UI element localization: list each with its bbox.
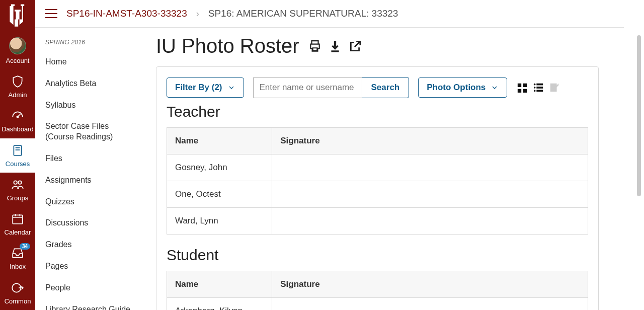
coursenav-syllabus[interactable]: Syllabus: [45, 96, 141, 115]
nav-label: Account: [6, 57, 30, 64]
iu-logo[interactable]: [0, 0, 35, 32]
cell-signature: [272, 181, 588, 208]
page-title: IU Photo Roster: [156, 35, 299, 57]
col-signature: Signature: [272, 271, 588, 298]
chevron-right-icon: ›: [196, 9, 199, 19]
col-name: Name: [167, 271, 272, 298]
table-row: Arkenberg, Kilynn: [167, 298, 588, 311]
cell-name: One, Octest: [167, 181, 272, 208]
nav-label: Common: [5, 298, 31, 305]
col-name: Name: [167, 128, 272, 154]
svg-rect-6: [13, 215, 23, 224]
cell-name: Gosney, John: [167, 154, 272, 181]
group-icon: [11, 178, 25, 192]
cell-name: Arkenberg, Kilynn: [167, 298, 272, 311]
svg-rect-14: [518, 89, 521, 93]
svg-point-18: [534, 87, 536, 89]
table-row: Gosney, John: [167, 154, 588, 181]
list-view-icon[interactable]: [532, 82, 544, 93]
svg-point-16: [534, 84, 536, 86]
coursenav-library[interactable]: Library Research Guide: [45, 300, 141, 310]
breadcrumb-course-title: SP16: AMERICAN SUPERNATURAL: 33323: [208, 8, 398, 19]
trident-icon: [9, 3, 27, 29]
gauge-icon: [11, 109, 25, 123]
signin-sheet-icon[interactable]: [548, 82, 560, 93]
cell-signature: [272, 154, 588, 181]
section-heading-student: Student: [167, 247, 588, 264]
coursenav-discussions[interactable]: Discussions: [45, 214, 141, 232]
svg-point-4: [14, 181, 17, 184]
coursenav-home[interactable]: Home: [45, 53, 141, 71]
filter-by-button[interactable]: Filter By (2): [167, 78, 244, 98]
avatar-icon: [9, 37, 26, 54]
cell-signature: [272, 298, 588, 311]
breadcrumb-course-code[interactable]: SP16-IN-AMST-A303-33323: [66, 8, 187, 19]
svg-rect-1: [14, 145, 21, 156]
nav-label: Inbox: [10, 263, 26, 270]
photo-options-button[interactable]: Photo Options: [418, 78, 507, 98]
nav-admin[interactable]: Admin: [0, 69, 35, 104]
svg-rect-17: [537, 84, 543, 86]
coursenav-assignments[interactable]: Assignments: [45, 171, 141, 190]
svg-rect-22: [550, 84, 557, 92]
main-scroll[interactable]: SP16-IN-AMST-A303-33323 › SP16: AMERICAN…: [35, 0, 644, 310]
nav-account[interactable]: Account: [0, 32, 35, 69]
nav-common[interactable]: Common: [0, 276, 35, 310]
coursenav-sector-case-files[interactable]: Sector Case Files (Course Readings): [45, 117, 141, 146]
search-button[interactable]: Search: [362, 77, 410, 98]
nav-label: Groups: [7, 195, 29, 202]
term-label: SPRING 2016: [45, 39, 141, 46]
nav-label: Dashboard: [2, 126, 34, 133]
roster-panel: Filter By (2) Search Photo Options: [156, 66, 599, 310]
section-heading-teacher: Teacher: [167, 103, 588, 120]
table-row: One, Octest: [167, 181, 588, 208]
coursenav-pages[interactable]: Pages: [45, 257, 141, 276]
page-main: IU Photo Roster Filter By (2): [141, 28, 624, 310]
nav-groups[interactable]: Groups: [0, 173, 35, 207]
table-row: Ward, Lynn: [167, 208, 588, 235]
menu-toggle-icon[interactable]: [45, 9, 57, 18]
teacher-table: Name Signature Gosney, John One, Octest: [167, 127, 588, 235]
photo-options-label: Photo Options: [427, 83, 486, 93]
external-link-icon[interactable]: [349, 40, 362, 53]
svg-rect-12: [518, 84, 521, 87]
chevron-down-icon: [227, 84, 235, 92]
svg-rect-13: [523, 84, 527, 87]
coursenav-files[interactable]: Files: [45, 149, 141, 168]
roster-toolbar: Filter By (2) Search Photo Options: [167, 77, 588, 98]
print-icon[interactable]: [308, 40, 321, 53]
search-input[interactable]: [253, 77, 362, 98]
nav-inbox[interactable]: 34 Inbox: [0, 241, 35, 275]
svg-point-20: [534, 90, 536, 92]
nav-courses[interactable]: Courses: [0, 138, 35, 173]
nav-label: Calendar: [5, 229, 31, 236]
breadcrumb-bar: SP16-IN-AMST-A303-33323 › SP16: AMERICAN…: [35, 0, 624, 28]
svg-point-0: [17, 116, 18, 118]
coursenav-grades[interactable]: Grades: [45, 236, 141, 254]
coursenav-quizzes[interactable]: Quizzes: [45, 193, 141, 211]
grid-view-icon[interactable]: [516, 82, 528, 93]
svg-rect-15: [523, 89, 527, 93]
nav-label: Admin: [9, 92, 27, 99]
book-icon: [11, 143, 25, 158]
course-nav: SPRING 2016 Home Analytics Beta Syllabus…: [35, 28, 141, 310]
coursenav-analytics[interactable]: Analytics Beta: [45, 74, 141, 93]
global-sidebar: Account Admin Dashboard Courses Groups C…: [0, 0, 35, 310]
download-icon[interactable]: [329, 40, 342, 53]
chevron-down-icon: [491, 84, 499, 92]
svg-rect-21: [537, 90, 543, 92]
filter-label: Filter By (2): [175, 83, 222, 93]
scrollbar-thumb[interactable]: [637, 35, 641, 196]
cell-name: Ward, Lynn: [167, 208, 272, 235]
svg-rect-19: [537, 87, 543, 89]
nav-calendar[interactable]: Calendar: [0, 207, 35, 241]
student-table: Name Signature Arkenberg, Kilynn: [167, 271, 588, 310]
cell-signature: [272, 208, 588, 235]
shield-icon: [11, 74, 25, 89]
calendar-icon: [11, 212, 25, 226]
nav-dashboard[interactable]: Dashboard: [0, 104, 35, 138]
logout-icon: [11, 281, 25, 295]
inbox-badge: 34: [20, 243, 30, 250]
coursenav-people[interactable]: People: [45, 279, 141, 297]
nav-label: Courses: [6, 161, 30, 168]
